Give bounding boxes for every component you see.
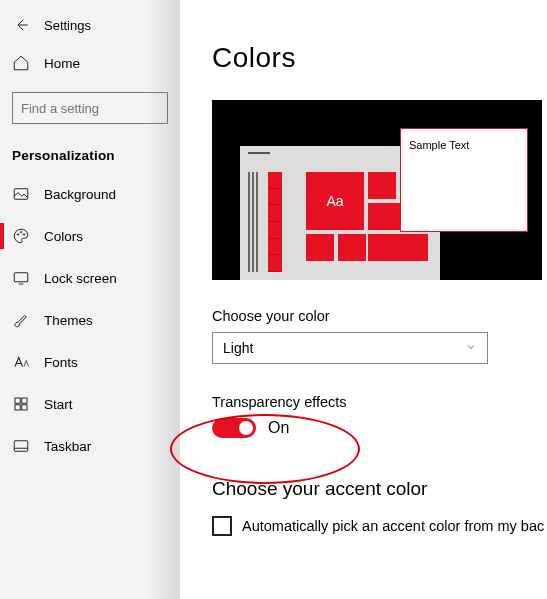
sidebar-item-label: Colors (44, 229, 83, 244)
sidebar-item-label: Lock screen (44, 271, 117, 286)
sidebar-item-label: Fonts (44, 355, 78, 370)
svg-point-3 (20, 232, 22, 234)
sidebar-home-label: Home (44, 56, 80, 71)
color-mode-label: Choose your color (212, 308, 547, 324)
color-preview: Aa Sample Text (212, 100, 542, 280)
svg-rect-7 (22, 398, 27, 403)
sidebar-item-colors[interactable]: Colors (0, 215, 180, 257)
color-mode-value: Light (223, 340, 253, 356)
home-icon (12, 54, 30, 72)
search-input[interactable] (12, 92, 168, 124)
palette-icon (12, 227, 30, 245)
sidebar-section-title: Personalization (0, 134, 180, 173)
auto-accent-label: Automatically pick an accent color from … (242, 518, 544, 534)
taskbar-icon (12, 437, 30, 455)
main-content: Colors Aa Sample Text Choos (180, 0, 547, 599)
transparency-label: Transparency effects (212, 394, 547, 410)
sidebar-item-background[interactable]: Background (0, 173, 180, 215)
transparency-toggle[interactable] (212, 418, 256, 438)
sidebar-item-home[interactable]: Home (0, 44, 180, 82)
sidebar-item-label: Themes (44, 313, 93, 328)
svg-rect-5 (14, 273, 28, 282)
picture-icon (12, 185, 30, 203)
page-title: Colors (212, 42, 547, 74)
search-field[interactable] (21, 101, 189, 116)
svg-rect-9 (22, 405, 27, 410)
brush-icon (12, 311, 30, 329)
svg-rect-6 (15, 398, 20, 403)
font-icon (12, 353, 30, 371)
preview-sample-text: Sample Text (409, 139, 469, 151)
sidebar-item-themes[interactable]: Themes (0, 299, 180, 341)
color-mode-dropdown[interactable]: Light (212, 332, 488, 364)
window-title: Settings (44, 18, 91, 33)
chevron-down-icon (465, 340, 477, 356)
accent-color-title: Choose your accent color (212, 478, 547, 500)
auto-accent-checkbox[interactable] (212, 516, 232, 536)
svg-rect-10 (14, 441, 28, 452)
monitor-icon (12, 269, 30, 287)
tiles-icon (12, 395, 30, 413)
sidebar-item-label: Taskbar (44, 439, 91, 454)
svg-point-2 (17, 234, 19, 236)
back-icon[interactable] (12, 16, 30, 34)
sidebar-item-label: Background (44, 187, 116, 202)
preview-tile-aa: Aa (306, 172, 364, 230)
sidebar-item-lock-screen[interactable]: Lock screen (0, 257, 180, 299)
preview-popup: Sample Text (400, 128, 528, 232)
sidebar-item-start[interactable]: Start (0, 383, 180, 425)
sidebar-item-label: Start (44, 397, 73, 412)
svg-rect-8 (15, 405, 20, 410)
svg-point-4 (23, 234, 25, 236)
sidebar-item-fonts[interactable]: Fonts (0, 341, 180, 383)
sidebar-item-taskbar[interactable]: Taskbar (0, 425, 180, 467)
transparency-value: On (268, 419, 289, 437)
settings-sidebar: Settings Home Personalization Background (0, 0, 180, 599)
